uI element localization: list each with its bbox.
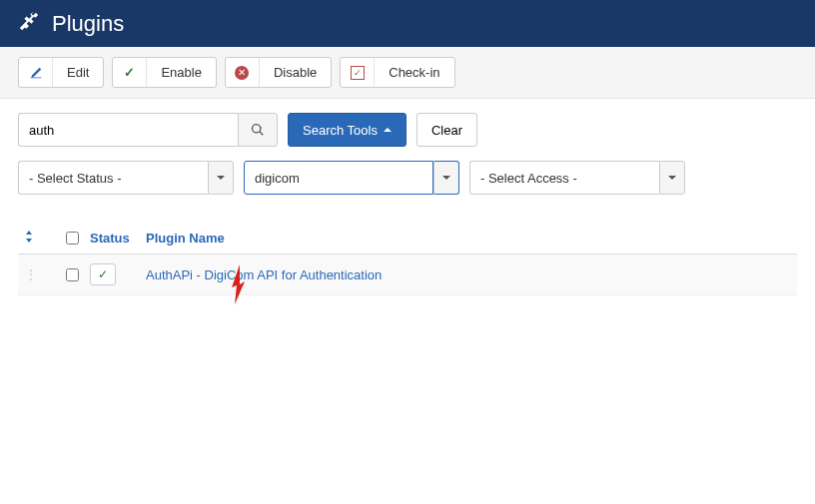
plugin-table: Status Plugin Name ⋮ ✓ AuthAPi - DigiCom…	[0, 223, 815, 295]
caret-up-icon	[384, 128, 392, 132]
edit-button[interactable]: Edit	[18, 57, 104, 88]
caret-down-icon	[668, 176, 676, 180]
page-header: Plugins	[0, 0, 815, 47]
search-icon	[251, 123, 265, 137]
status-filter-value: - Select Status -	[18, 161, 208, 195]
edit-label: Edit	[53, 58, 103, 87]
name-column-header[interactable]: Plugin Name	[146, 231, 791, 246]
access-filter[interactable]: - Select Access -	[469, 161, 685, 195]
edit-icon	[19, 58, 53, 87]
plugin-link[interactable]: AuthAPi - DigiCom API for Authentication	[146, 267, 382, 282]
sort-column[interactable]	[24, 231, 54, 246]
status-filter[interactable]: - Select Status -	[18, 161, 234, 195]
check-all-checkbox[interactable]	[66, 232, 79, 245]
checkin-icon: ✓	[341, 58, 375, 87]
enable-button[interactable]: ✓ Enable	[112, 57, 216, 88]
status-column-header[interactable]: Status	[90, 231, 146, 246]
search-tools-button[interactable]: Search Tools	[288, 113, 407, 147]
disable-label: Disable	[260, 58, 331, 87]
caret-down-icon	[217, 176, 225, 180]
search-input[interactable]	[18, 113, 238, 147]
caret-down-icon	[442, 176, 450, 180]
toolbar: Edit ✓ Enable ✕ Disable ✓ Check-in	[0, 47, 815, 99]
row-status-cell: ✓	[90, 263, 146, 285]
table-row: ⋮ ✓ AuthAPi - DigiCom API for Authentica…	[18, 254, 797, 295]
row-name-cell: AuthAPi - DigiCom API for Authentication	[146, 267, 791, 282]
checkin-label: Check-in	[375, 58, 453, 87]
clear-button[interactable]: Clear	[416, 113, 477, 147]
checkin-button[interactable]: ✓ Check-in	[340, 57, 454, 88]
plug-icon	[18, 10, 40, 37]
row-checkbox[interactable]	[66, 268, 79, 281]
page-title: Plugins	[52, 11, 124, 37]
row-check-cell	[54, 268, 90, 281]
folder-filter[interactable]: digicom	[244, 161, 459, 195]
folder-filter-value: digicom	[244, 161, 433, 195]
access-filter-caret[interactable]	[659, 161, 685, 195]
check-all-column	[54, 232, 90, 245]
drag-handle[interactable]: ⋮	[24, 266, 54, 282]
check-icon: ✓	[113, 58, 147, 87]
status-toggle[interactable]: ✓	[90, 263, 116, 285]
folder-filter-caret[interactable]	[433, 161, 459, 195]
x-icon: ✕	[226, 58, 260, 87]
access-filter-value: - Select Access -	[469, 161, 659, 195]
sort-icon	[24, 231, 34, 243]
search-tools-label: Search Tools	[303, 123, 378, 138]
status-filter-caret[interactable]	[208, 161, 234, 195]
search-button[interactable]	[238, 113, 278, 147]
table-header: Status Plugin Name	[18, 223, 797, 254]
disable-button[interactable]: ✕ Disable	[225, 57, 332, 88]
filter-area: Search Tools Clear - Select Status - dig…	[0, 99, 815, 223]
enable-label: Enable	[147, 58, 215, 87]
